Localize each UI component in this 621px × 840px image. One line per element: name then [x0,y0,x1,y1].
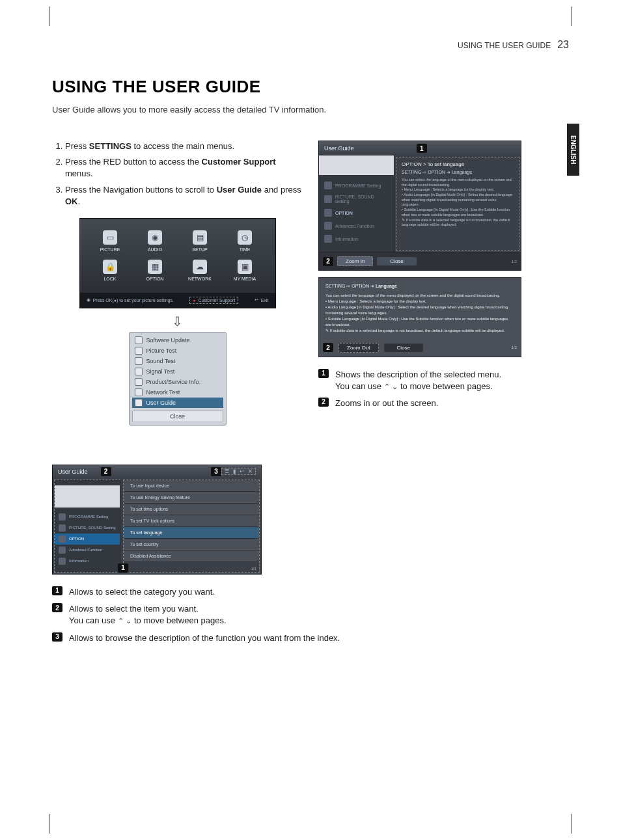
page-number: 23 [557,39,569,51]
window-title: User Guide [58,468,88,475]
list-icon: ☰ [225,468,229,474]
customer-support-button: ● Customer Support [189,297,238,304]
adv-icon [324,222,332,230]
description-panel: OPTION > To set language SETTING ⇨ OPTIO… [396,157,519,251]
badge-1: 1 [318,369,329,378]
gear-icon [324,209,332,217]
popup-item: Picture Test [132,345,223,356]
down-arrow-icon: ⇩ [52,314,303,329]
exit-button: ↩ Exit [255,297,269,303]
lock-icon: 🔒 [103,260,117,274]
menu-tile-option: ▦OPTION [133,256,178,285]
adv-icon [59,547,66,554]
header-section: USING THE USER GUIDE [458,41,551,50]
sidebar-item: Information [319,232,394,245]
popup-item: Product/Service Info. [132,377,223,387]
gear-icon [59,535,66,543]
user-guide-detail-screenshot: User Guide 1 PROGRAMME Setting PICTURE, … [318,141,521,271]
page-header: USING THE USER GUIDE 23 [52,39,569,51]
menu-tile-mymedia: ▣MY MEDIA [223,256,268,285]
customer-support-popup: Software Update Picture Test Sound Test … [129,332,227,426]
popup-item-selected: User Guide [132,398,223,408]
down-arrow-icon: ⌄ [392,383,398,390]
menu-tile-lock: 🔒LOCK [88,256,133,285]
menu-tile-network: ☁NETWORK [178,256,223,285]
popup-item: Network Test [132,387,223,398]
close-button: Close [377,257,416,265]
window-title: User Guide [324,145,354,152]
setup-icon: ▤ [193,230,207,245]
zoom-out-button: Zoom Out [338,343,379,353]
crop-mark [572,814,572,833]
pic-icon [324,195,332,203]
network-icon: ☁ [193,260,207,274]
page-indicator: 1/2 [512,260,517,264]
index-icons: ☰ ▮ ↩ ✕ [221,468,256,475]
settings-menu-screenshot: ▭PICTURE ◉AUDIO ▤SETUP ◷TIME 🔒LOCK ▦OPTI… [79,218,276,308]
right-legend: 1 Shows the description of the selected … [318,369,569,410]
breadcrumb: SETTING ⇨ OPTION ➜ Language [325,283,514,290]
info-icon [59,558,66,565]
sidebar-item: Advabced Function [55,545,120,556]
list-item: To use Energy Saving feature [124,492,259,504]
step-list: Press SETTINGS to access the main menus.… [52,141,303,208]
badge-2: 2 [318,398,329,407]
sidebar-item: PICTURE, SOUND Setting [319,192,394,206]
menu-tile-picture: ▭PICTURE [88,226,133,256]
panel-title: OPTION > To set language [402,161,514,167]
bottom-legend: 1 Allows to select the category you want… [52,586,569,644]
prog-icon [59,513,66,521]
menu-tile-time: ◷TIME [223,226,268,256]
list-item: To use input device [124,480,259,492]
prog-icon [324,182,332,189]
intro-text: User Guide allows you to more easily acc… [52,105,569,115]
close-button: Close [384,344,423,352]
down-arrow-icon: ⌄ [126,617,131,625]
step-item: Press SETTINGS to access the main menus. [65,141,303,152]
up-arrow-icon: ⌃ [384,383,390,390]
close-icon: ✕ [248,468,253,474]
popup-item: Signal Test [132,366,223,377]
step-item: Press the RED button to access the Custo… [65,156,303,180]
sidebar-item: OPTION [319,206,394,219]
picture-icon: ▭ [103,230,117,245]
list-item: To set TV lock options [124,515,259,527]
list-item-selected: To set language [124,527,259,539]
detail-footer: 2 Zoom In Close 1/2 [319,252,521,270]
list-item: Disabled Assistance [124,550,259,562]
category-sidebar: PROGRAMME Setting PICTURE, SOUND Setting… [319,156,394,252]
page: USING THE USER GUIDE 23 ENGLISH USING TH… [0,0,621,840]
crop-mark [572,7,572,26]
step-item: Press the Navigation buttons to scroll t… [65,184,303,208]
crop-mark [49,7,49,26]
sidebar-item: PROGRAMME Setting [55,511,120,522]
sidebar-item-active: OPTION [55,534,120,545]
badge-1: 1 [52,586,62,595]
menu-tile-setup: ▤SETUP [178,226,223,256]
zoom-footer: 2 Zoom Out Close 1/2 [319,339,521,357]
folder-icon: ▮ [233,468,236,474]
list-item: To set time options [124,504,259,515]
zoom-in-button: Zoom In [337,256,373,266]
audio-icon: ◉ [148,230,162,245]
crop-mark [49,814,49,833]
sidebar-item: Information [55,556,120,567]
sidebar-item: Advanced Function [319,219,394,232]
page-indicator: 1/2 [512,345,517,349]
badge-3: 3 [52,632,62,642]
sidebar-item: PICTURE, SOUND Setting [55,522,120,534]
page-indicator: 1/1 [251,567,256,571]
breadcrumb: SETTING ⇨ OPTION ➜ Language [402,170,514,175]
popup-item: Sound Test [132,356,223,366]
popup-close-button: Close [132,411,223,422]
user-guide-list-screenshot: User Guide 2 3 ☰ ▮ ↩ ✕ PROGRAMME Setting… [52,465,262,575]
menu-tile-audio: ◉AUDIO [133,226,178,256]
info-icon [324,235,332,243]
time-icon: ◷ [238,230,252,245]
badge-2: 2 [52,603,62,612]
mymedia-icon: ▣ [238,260,252,274]
back-icon: ↩ [240,468,244,474]
up-arrow-icon: ⌃ [118,617,124,625]
popup-item: Software Update [132,335,223,345]
topic-list: To use input device To use Energy Saving… [123,480,260,573]
